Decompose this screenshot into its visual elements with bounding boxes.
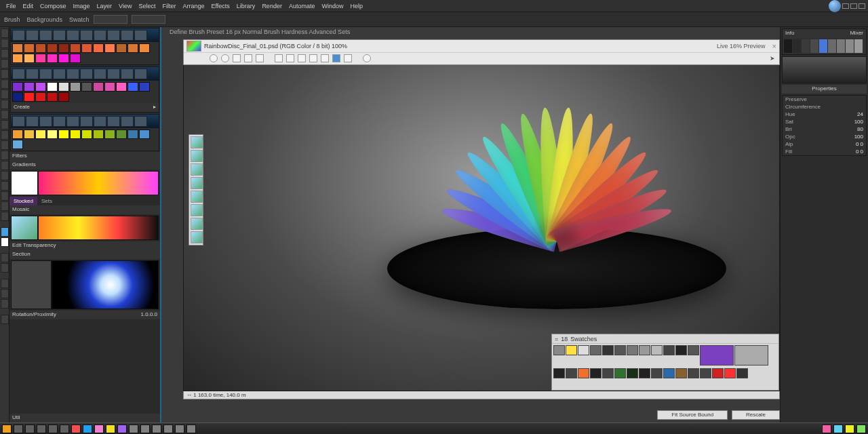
taskbar-item[interactable] — [94, 425, 104, 433]
tool-marquee[interactable] — [1, 39, 9, 48]
menu-layer[interactable]: Layer — [97, 3, 113, 9]
swatch[interactable] — [139, 82, 150, 92]
taskbar-item[interactable] — [152, 425, 161, 433]
palette2-thumb[interactable] — [107, 68, 120, 79]
gradient2-main[interactable] — [38, 216, 159, 240]
window-max-icon[interactable] — [850, 3, 857, 9]
vthumb[interactable] — [191, 204, 203, 216]
dock-swatch[interactable] — [663, 345, 675, 355]
tool-shape[interactable] — [1, 191, 9, 201]
tool-extra-a[interactable] — [1, 279, 9, 288]
menu-select[interactable]: Select — [138, 3, 155, 9]
taskbar-item[interactable] — [37, 425, 46, 433]
dock-swatch[interactable] — [602, 368, 614, 378]
palette1-thumb[interactable] — [39, 30, 52, 41]
menu-arrange[interactable]: Arrange — [182, 3, 204, 9]
gray-swatch[interactable] — [802, 39, 810, 53]
palette2-thumb[interactable] — [66, 68, 79, 79]
tool-path[interactable] — [1, 181, 9, 191]
vthumb[interactable] — [191, 177, 203, 189]
gray-swatch[interactable] — [784, 39, 792, 53]
taskbar-item[interactable] — [117, 425, 127, 433]
swatch[interactable] — [24, 92, 35, 102]
doc-icon[interactable] — [321, 54, 329, 62]
gradient3-main[interactable] — [52, 260, 159, 309]
taskbar-item[interactable] — [106, 425, 115, 433]
tool-hand[interactable] — [1, 201, 9, 211]
dock-swatch[interactable] — [639, 345, 650, 355]
palette2-thumb[interactable] — [39, 68, 52, 79]
swatch[interactable] — [127, 130, 138, 139]
tool-move[interactable] — [1, 28, 9, 38]
dock-swatch[interactable] — [675, 368, 687, 378]
swatch[interactable] — [35, 82, 46, 92]
swatch[interactable] — [93, 43, 104, 53]
vthumb[interactable] — [191, 191, 203, 203]
palette2-thumb[interactable] — [12, 68, 25, 79]
taskbar-item[interactable] — [60, 425, 69, 433]
window-min-icon[interactable] — [842, 3, 849, 9]
palette3-thumb[interactable] — [53, 116, 66, 127]
swatch[interactable] — [24, 43, 35, 53]
palette3-thumb[interactable] — [94, 116, 106, 127]
swatch[interactable] — [24, 130, 35, 139]
tool-eyedrop[interactable] — [1, 79, 9, 89]
taskbar-item[interactable] — [175, 425, 184, 433]
menu-library[interactable]: Library — [237, 3, 256, 9]
palette1-thumb[interactable] — [26, 30, 39, 41]
swatch[interactable] — [81, 130, 92, 139]
dock-swatch[interactable] — [736, 368, 748, 378]
taskbar-item[interactable] — [140, 425, 150, 433]
swatch[interactable] — [127, 82, 138, 92]
taskbar-item[interactable] — [163, 425, 173, 433]
swatch[interactable] — [70, 54, 81, 63]
gray-swatch[interactable] — [846, 39, 854, 53]
taskbar-item[interactable] — [129, 425, 138, 433]
subbar-swatch[interactable]: Swatch — [69, 16, 90, 23]
swatch[interactable] — [47, 43, 58, 53]
tool-lasso[interactable] — [1, 49, 9, 58]
palette3-thumb[interactable] — [26, 116, 39, 127]
tool-crop[interactable] — [1, 69, 9, 79]
swatch[interactable] — [139, 130, 150, 139]
tool-quickmask[interactable] — [1, 253, 9, 262]
gradients-label[interactable]: Gradients — [9, 161, 160, 170]
taskbar-item[interactable] — [71, 425, 81, 433]
copy-icon[interactable] — [256, 54, 264, 62]
tool-wand[interactable] — [1, 59, 9, 68]
swatch[interactable] — [116, 82, 127, 92]
subbar-backgrounds[interactable]: Backgrounds — [27, 16, 63, 23]
palette1-thumb[interactable] — [94, 30, 106, 41]
dock-swatch[interactable] — [578, 345, 589, 355]
swatch[interactable] — [104, 130, 115, 139]
palette1-thumb[interactable] — [12, 30, 25, 41]
swatch[interactable] — [24, 82, 35, 92]
palette3-thumb[interactable] — [107, 116, 120, 127]
dock-swatch[interactable] — [688, 345, 699, 355]
tool-zoom[interactable] — [1, 212, 9, 221]
size-combo[interactable] — [132, 15, 165, 24]
swatch[interactable] — [58, 82, 69, 92]
swatch[interactable] — [35, 43, 46, 53]
palette2-thumb[interactable] — [26, 68, 39, 79]
gray-swatch[interactable] — [810, 39, 818, 53]
swatch[interactable] — [12, 140, 23, 149]
swatch[interactable] — [35, 130, 46, 139]
mode-combo[interactable] — [94, 15, 127, 24]
dock-swatch[interactable] — [578, 368, 589, 378]
dock-swatch[interactable] — [700, 368, 711, 378]
dock-swatch[interactable] — [712, 368, 724, 378]
palette2-thumb[interactable] — [53, 68, 66, 79]
tool-heal[interactable] — [1, 90, 9, 99]
swatch[interactable] — [58, 92, 69, 102]
properties-header[interactable]: Properties — [782, 85, 867, 94]
gradient2-thumb[interactable] — [11, 216, 38, 240]
swatch[interactable] — [104, 82, 115, 92]
swatch[interactable] — [12, 130, 23, 139]
gradient1-thumb[interactable] — [11, 171, 38, 195]
menu-compose[interactable]: Compose — [40, 3, 66, 9]
palette1-thumb[interactable] — [107, 30, 120, 41]
dock-swatch[interactable] — [602, 345, 614, 355]
doc-toolbar-right-icon[interactable]: ➤ — [770, 55, 779, 62]
tool-brush[interactable] — [1, 100, 9, 109]
